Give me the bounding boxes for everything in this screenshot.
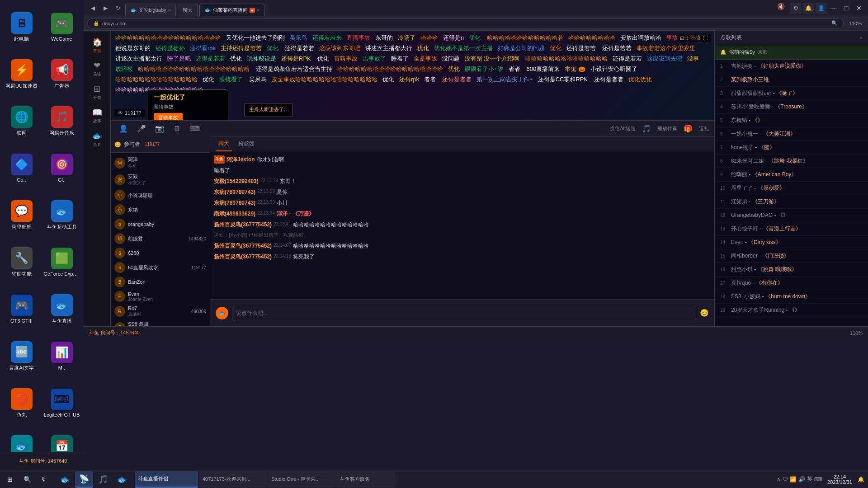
song-item-2[interactable]: 3 甜甜甜甜甜甜uer - 《嘛了》 xyxy=(715,87,868,100)
song-item-5[interactable]: 6 一奶小瓶一 - 《大美江湖》 xyxy=(715,127,868,141)
refresh-btn[interactable]: ↻ xyxy=(113,3,123,14)
notification-center-btn[interactable]: 🔔 xyxy=(858,476,864,483)
song-item-9[interactable]: 10 辰星了了 - 《原创爱》 xyxy=(715,182,868,195)
song-item-7[interactable]: 8 8z米米可二姐 - 《跳舞 我最红》 xyxy=(715,155,868,168)
song-close-icon[interactable]: × xyxy=(859,35,863,41)
settings-btn[interactable]: ⚙ xyxy=(790,3,801,14)
ctrl-mic[interactable]: 🎤 xyxy=(134,123,149,134)
emoji-btn[interactable]: 😊 xyxy=(700,309,709,317)
taskbar-studio[interactable]: 🎵 xyxy=(94,471,112,488)
start-button[interactable]: ⊞ xyxy=(2,471,18,488)
nav-category[interactable]: ⊞ 分类 xyxy=(86,81,108,103)
song-item-13[interactable]: 14 Even - 《Dirty kiss》 xyxy=(715,236,868,249)
popup-btn-1[interactable]: 盲猜事故 xyxy=(154,113,183,120)
mute-btn[interactable]: 🔇 xyxy=(774,3,788,14)
nav-home[interactable]: 🏠 首页 xyxy=(86,34,108,56)
taskbar-douyu-live[interactable]: 📡 xyxy=(75,471,93,488)
tray-arrow[interactable]: ∧ xyxy=(777,476,781,483)
user-item-8[interactable]: B BanZon xyxy=(111,275,210,289)
tab-1[interactable]: 🐟 文别bigbaby × xyxy=(125,4,176,16)
desktop-icon-3[interactable]: 📢 广告器 xyxy=(42,52,81,97)
song-item-18[interactable]: 19 20岁天才歌手Running - 《》 xyxy=(715,304,868,317)
taskbar-client-tab[interactable]: 斗鱼客户服务 xyxy=(336,471,395,488)
tab-active[interactable]: 🐟 仙茉某的直播间 ● × xyxy=(199,4,264,16)
stream-ctrl-3[interactable]: ⛶ xyxy=(700,34,711,42)
desktop-icon-10[interactable]: 🔧 辅助功能 xyxy=(2,239,41,285)
song-item-1[interactable]: 2 某到极致小三堆 xyxy=(715,73,868,87)
taskbar-clock[interactable]: 22:14 2023/12/31 xyxy=(824,474,856,485)
desktop-icon-9[interactable]: 🐟 斗鱼互动工具 xyxy=(42,192,81,238)
desktop-icon-13[interactable]: 🐟 斗鱼直播 xyxy=(42,286,81,332)
minimize-btn[interactable]: — xyxy=(828,3,839,14)
taskbar-douyu-client[interactable]: 🐟 xyxy=(113,471,131,488)
taskbar-douyu-tab[interactable]: 斗鱼直播伴侣 xyxy=(135,471,198,488)
desktop-icon-0[interactable]: 🖥 此电脑 xyxy=(2,5,41,50)
user-item-4[interactable]: o orangebaby xyxy=(111,217,210,231)
song-item-4[interactable]: 5 东镜镐 - 《》 xyxy=(715,114,868,127)
close-tab-active[interactable]: × xyxy=(257,7,259,13)
desktop-icon-1[interactable]: 🎮 WeGame xyxy=(42,5,81,50)
cortana-button[interactable]: 🎙 xyxy=(36,471,52,488)
chat-input[interactable] xyxy=(232,306,696,320)
desktop-icon-7[interactable]: 🎯 Gl.. xyxy=(42,145,81,191)
taskbar-studio-tab[interactable]: Studio One - 声卡采... xyxy=(268,471,335,488)
song-item-16[interactable]: 17 克拉quo - 《有你在》 xyxy=(715,277,868,290)
song-item-6[interactable]: 7 kone猴子 - 《圆》 xyxy=(715,141,868,155)
desktop-icon-4[interactable]: 🌐 联网 xyxy=(2,99,41,144)
song-list-content[interactable]: 1 吉他演奏 - 《好朋大声说爱你》 2 某到极致小三堆 3 甜甜甜甜甜甜uer… xyxy=(715,60,868,326)
chat-tab-fans[interactable]: 粉丝团 xyxy=(236,137,257,151)
user-item-2[interactable]: 小 小玲珑珊珊 xyxy=(111,188,210,202)
desktop-icon-17[interactable]: ⌨ Logitech G HUB xyxy=(42,380,81,426)
song-item-11[interactable]: 12 OrangebabyDAO - 《》 xyxy=(715,209,868,222)
user-item-9[interactable]: E Even Joanie·Even xyxy=(111,289,210,304)
desktop-icon-5[interactable]: 🎵 网易云音乐 xyxy=(42,99,81,144)
maximize-btn[interactable]: □ xyxy=(841,3,852,14)
user-item-0[interactable]: 阿 阿泽 斗鱼 xyxy=(111,155,210,171)
user-item-10[interactable]: R Ro7 直播间 490309 xyxy=(111,304,210,319)
back-btn[interactable]: ◀ xyxy=(87,3,98,14)
user-item-3[interactable]: 东 东纳 xyxy=(111,202,210,217)
ctrl-keyboard[interactable]: ⌨ xyxy=(187,123,203,134)
chat-tab-main[interactable]: 聊天 xyxy=(216,137,232,151)
ctrl-gift[interactable]: 🎁 xyxy=(681,123,695,134)
taskbar-douyu-companion[interactable]: 🐟 xyxy=(56,471,74,488)
search-button[interactable]: 🔍 xyxy=(19,471,35,488)
stream-ctrl-1[interactable]: ⊞ xyxy=(677,34,687,42)
user-item-5[interactable]: 胡 胡服君 1494820 xyxy=(111,231,210,246)
nav-story[interactable]: 📖 故事 xyxy=(86,105,108,127)
song-item-8[interactable]: 9 照嗨丽 - 《American Boy》 xyxy=(715,168,868,182)
user-item-11[interactable]: S SS8·忽黛 都上上字 xyxy=(111,319,210,326)
desktop-icon-6[interactable]: 🔷 Co.. xyxy=(2,145,41,191)
notification-btn[interactable]: 🔔 xyxy=(803,3,814,14)
ctrl-screen[interactable]: 🖥 xyxy=(170,124,183,134)
desktop-icon-16[interactable]: ⭕ 鱼丸 xyxy=(2,380,41,426)
song-item-14[interactable]: 15 同相berber - 《门没锁》 xyxy=(715,249,868,263)
song-item-10[interactable]: 11 江第弟 - 《三刀游》 xyxy=(715,195,868,209)
user-item-6[interactable]: 6 6280 xyxy=(111,246,210,260)
user-item-7[interactable]: 6 60直播风吹水 119177 xyxy=(111,260,210,275)
song-item-15[interactable]: 16 甜惠小琪 - 《跳舞 哦哦哦》 xyxy=(715,263,868,277)
ctrl-music[interactable]: 🎵 xyxy=(639,123,654,134)
song-item-12[interactable]: 13 开心饺子吁 - 《苦漫上行走》 xyxy=(715,222,868,236)
taskbar-stream-tab[interactable]: 40717173-欢迎来到... xyxy=(199,471,267,488)
desktop-icon-8[interactable]: 💬 阿里旺旺 xyxy=(2,192,41,238)
user-btn[interactable]: 👤 xyxy=(816,3,826,14)
song-item-17[interactable]: 18 SS8. 小媛妈 - 《burn me down》 xyxy=(715,290,868,304)
forward-btn[interactable]: ▶ xyxy=(100,3,111,14)
chat-messages[interactable]: 斗鱼阿泽Jeston你才知道啊睡着了安毅(1542292403)22:13:19… xyxy=(210,151,714,299)
close-btn[interactable]: ✕ xyxy=(854,3,864,14)
nav-follow[interactable]: ❤ 关注 xyxy=(86,58,108,80)
tab-2[interactable]: 聊天 xyxy=(178,4,198,16)
address-bar[interactable]: 🔒 douyu.com 🔍 xyxy=(87,18,844,29)
desktop-icon-11[interactable]: 🟩 GeForce Experience xyxy=(42,239,81,285)
desktop-icon-12[interactable]: 🎮 GT3 GTIII xyxy=(2,286,41,332)
song-item-3[interactable]: 4 苏川小l爱吃爱睡 - 《Treasure》 xyxy=(715,100,868,114)
desktop-icon-15[interactable]: 📊 M.. xyxy=(42,333,81,379)
stream-ctrl-2[interactable]: ▭ xyxy=(689,34,698,42)
ctrl-camera[interactable]: 📷 xyxy=(152,123,167,134)
nav-fish[interactable]: 🐟 鱼丸 xyxy=(86,128,108,150)
desktop-icon-2[interactable]: ⚡ 网易UU加速器 xyxy=(2,52,41,97)
song-item-0[interactable]: 1 吉他演奏 - 《好朋大声说爱你》 xyxy=(715,60,868,73)
tray-lang[interactable]: 英 xyxy=(807,475,812,483)
desktop-icon-14[interactable]: 🔤 百度AI文字 xyxy=(2,333,41,379)
